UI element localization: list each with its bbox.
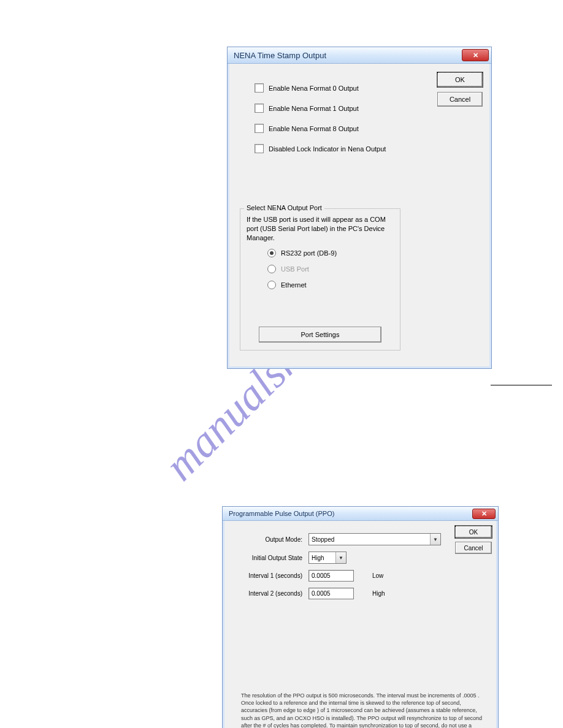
checkbox-icon — [255, 104, 264, 113]
checkbox-label: Disabled Lock Indicator in Nena Output — [269, 145, 386, 153]
initial-state-combo[interactable]: High ▼ — [308, 552, 347, 564]
divider-line — [491, 385, 552, 385]
close-icon: ✕ — [473, 52, 478, 59]
checkbox-enable-format-0[interactable]: Enable Nena Format 0 Output — [255, 83, 386, 93]
close-button[interactable]: ✕ — [462, 49, 489, 61]
checkbox-icon — [255, 124, 264, 133]
radio-usb[interactable]: USB Port — [267, 265, 400, 273]
close-button[interactable]: ✕ — [472, 509, 496, 519]
initial-state-label: Initial Output State — [235, 555, 302, 561]
radio-icon — [267, 281, 276, 289]
radio-icon — [267, 265, 276, 273]
cancel-button[interactable]: Cancel — [455, 542, 492, 554]
radio-label: Ethernet — [281, 281, 307, 289]
dialog-title: Programmable Pulse Output (PPO) — [229, 510, 334, 517]
ok-button[interactable]: OK — [437, 72, 483, 87]
checkbox-enable-format-8[interactable]: Enable Nena Format 8 Output — [255, 124, 386, 133]
nena-dialog: NENA Time Stamp Output ✕ OK Cancel Enabl… — [227, 47, 492, 369]
output-port-group: Select NENA Output Port If the USB port … — [240, 208, 400, 351]
checkbox-icon — [255, 83, 264, 93]
checkbox-label: Enable Nena Format 8 Output — [269, 125, 359, 132]
checkbox-icon — [255, 144, 264, 153]
interval2-suffix: High — [372, 590, 385, 597]
checkbox-disabled-lock-indicator[interactable]: Disabled Lock Indicator in Nena Output — [255, 144, 386, 153]
checkbox-label: Enable Nena Format 0 Output — [269, 85, 359, 92]
dialog-title: NENA Time Stamp Output — [234, 51, 326, 60]
chevron-down-icon: ▼ — [335, 552, 346, 563]
close-icon: ✕ — [481, 510, 487, 517]
interval1-suffix: Low — [372, 572, 383, 579]
radio-label: USB Port — [281, 265, 309, 273]
footnote-text: The resolution of the PPO output is 500 … — [241, 692, 486, 728]
chevron-down-icon: ▼ — [430, 534, 440, 545]
interval1-label: Interval 1 (seconds) — [235, 572, 302, 579]
group-legend: Select NENA Output Port — [244, 204, 324, 211]
combo-value: High — [312, 555, 324, 561]
titlebar: Programmable Pulse Output (PPO) ✕ — [223, 507, 498, 521]
interval2-input[interactable]: 0.0005 — [308, 588, 354, 599]
ok-button[interactable]: OK — [455, 526, 492, 538]
titlebar: NENA Time Stamp Output ✕ — [228, 47, 491, 64]
interval1-input[interactable]: 0.0005 — [308, 570, 354, 582]
cancel-button[interactable]: Cancel — [437, 92, 483, 107]
radio-label: RS232 port (DB-9) — [281, 249, 337, 257]
combo-value: Stopped — [312, 536, 334, 543]
radio-icon — [267, 249, 276, 257]
output-mode-label: Output Mode: — [235, 536, 302, 543]
radio-rs232[interactable]: RS232 port (DB-9) — [267, 249, 400, 257]
radio-ethernet[interactable]: Ethernet — [267, 281, 400, 289]
group-note: If the USB port is used it will appear a… — [240, 209, 400, 249]
checkbox-enable-format-1[interactable]: Enable Nena Format 1 Output — [255, 104, 386, 113]
output-mode-combo[interactable]: Stopped ▼ — [308, 533, 441, 545]
checkbox-label: Enable Nena Format 1 Output — [269, 105, 359, 112]
port-settings-button[interactable]: Port Settings — [259, 327, 381, 343]
ppo-dialog: Programmable Pulse Output (PPO) ✕ OK Can… — [222, 506, 499, 728]
interval2-label: Interval 2 (seconds) — [235, 590, 302, 597]
